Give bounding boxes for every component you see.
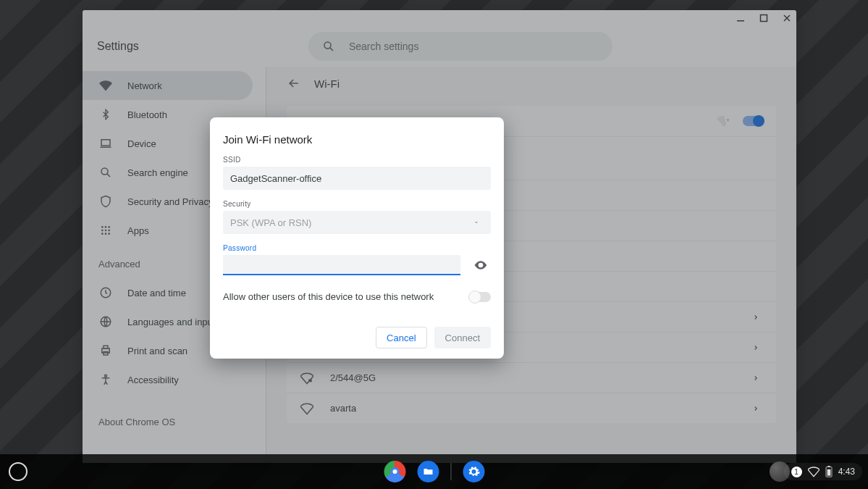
notification-badge: 1 — [791, 467, 802, 477]
system-tray[interactable]: 1 4:43 — [784, 463, 862, 480]
cancel-button[interactable]: Cancel — [376, 327, 426, 348]
shelf-divider — [450, 463, 451, 480]
security-select[interactable]: PSK (WPA or RSN) — [223, 211, 491, 234]
files-app-icon[interactable] — [417, 461, 439, 482]
ssid-field[interactable]: GadgetScanner-office — [223, 167, 491, 190]
share-network-toggle[interactable] — [469, 292, 491, 302]
svg-point-27 — [479, 264, 481, 266]
share-network-label: Allow other users of this device to use … — [223, 291, 434, 302]
wifi-status-icon — [808, 466, 819, 477]
settings-app-icon[interactable] — [463, 461, 484, 482]
shelf: 1 4:43 — [0, 454, 868, 489]
password-input[interactable] — [223, 255, 460, 275]
clock: 4:43 — [838, 467, 855, 477]
chrome-app-icon[interactable] — [384, 461, 405, 482]
security-label: Security — [223, 200, 491, 208]
svg-rect-30 — [827, 469, 830, 476]
connect-button[interactable]: Connect — [434, 327, 491, 348]
svg-rect-29 — [827, 466, 830, 467]
dialog-title: Join Wi-Fi network — [223, 133, 491, 146]
launcher-button[interactable] — [9, 462, 28, 481]
battery-icon — [825, 466, 833, 477]
eye-icon — [473, 258, 488, 272]
join-wifi-dialog: Join Wi-Fi network SSID GadgetScanner-of… — [210, 117, 504, 359]
chevron-down-icon — [469, 215, 484, 230]
ssid-label: SSID — [223, 156, 491, 164]
shelf-apps — [384, 461, 484, 482]
show-password-button[interactable] — [471, 255, 491, 275]
password-label: Password — [223, 244, 491, 252]
